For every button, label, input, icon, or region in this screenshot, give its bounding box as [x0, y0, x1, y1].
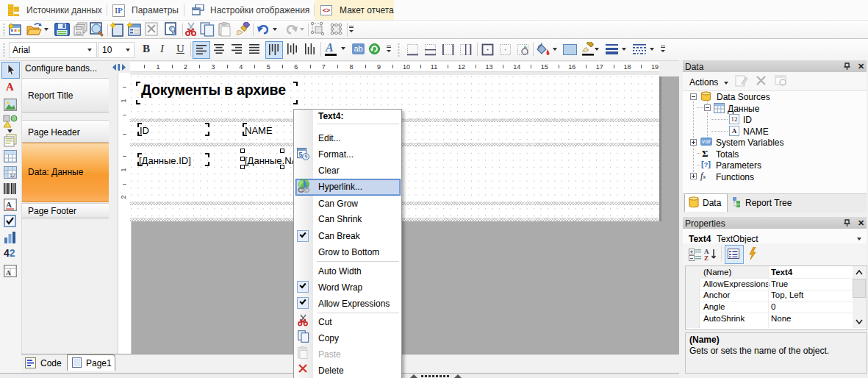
- svg-text:5: 5: [299, 151, 303, 158]
- svg-text:A: A: [6, 200, 12, 209]
- svg-text:Z: Z: [704, 254, 709, 261]
- svg-text:A: A: [6, 269, 11, 277]
- svg-text:12: 12: [10, 173, 15, 178]
